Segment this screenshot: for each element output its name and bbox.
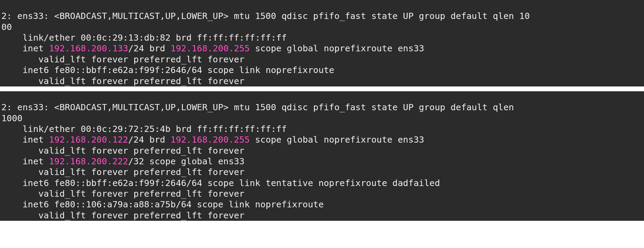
inet6-lft: valid_lft forever preferred_lft forever <box>1 76 244 86</box>
block-gap <box>0 86 644 91</box>
inet-lft-1: valid_lft forever preferred_lft forever <box>1 145 244 156</box>
inet-ip: 192.168.200.122 <box>49 134 128 145</box>
inet-lft: valid_lft forever preferred_lft forever <box>1 54 244 64</box>
link-ether-line: link/ether 00:0c:29:72:25:4b brd ff:ff:f… <box>1 124 287 134</box>
inet-line-1: inet 192.168.200.122/24 brd 192.168.200.… <box>1 134 424 145</box>
iface-header: 2: ens33: <BROADCAST,MULTICAST,UP,LOWER_… <box>1 102 519 123</box>
inet6-lft-b: valid_lft forever preferred_lft forever <box>1 210 244 220</box>
terminal-block-1: 2: ens33: <BROADCAST,MULTICAST,UP,LOWER_… <box>0 0 644 86</box>
inet6-line: inet6 fe80::bbff:e62a:f99f:2646/64 scope… <box>1 65 340 75</box>
inet-ip-2: 192.168.200.222 <box>49 156 128 166</box>
terminal-block-2: 2: ens33: <BROADCAST,MULTICAST,UP,LOWER_… <box>0 91 644 221</box>
inet-line-2: inet 192.168.200.222/32 scope global ens… <box>1 156 244 166</box>
inet-brd: 192.168.200.255 <box>170 43 250 53</box>
iface-header: 2: ens33: <BROADCAST,MULTICAST,UP,LOWER_… <box>1 11 530 32</box>
inet-line: inet 192.168.200.133/24 brd 192.168.200.… <box>1 43 424 53</box>
inet6-line-b: inet6 fe80::106:a79a:a88:a75b/64 scope l… <box>1 199 329 209</box>
inet-brd: 192.168.200.255 <box>170 134 250 145</box>
inet6-lft-a: valid_lft forever preferred_lft forever <box>1 188 244 199</box>
link-ether-line: link/ether 00:0c:29:13:db:82 brd ff:ff:f… <box>1 32 287 43</box>
inet6-line-a: inet6 fe80::bbff:e62a:f99f:2646/64 scope… <box>1 178 445 188</box>
inet-lft-2: valid_lft forever preferred_lft forever <box>1 167 244 177</box>
inet-ip: 192.168.200.133 <box>49 43 128 53</box>
